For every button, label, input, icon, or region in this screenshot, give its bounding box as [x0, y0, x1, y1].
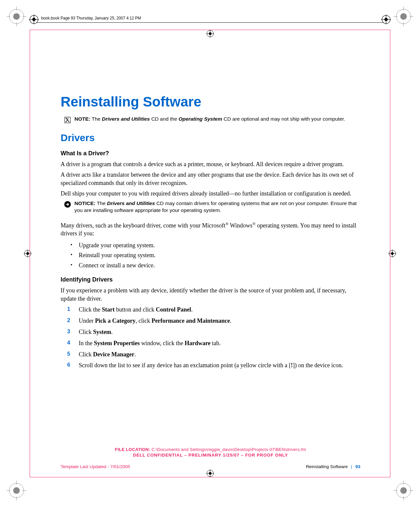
list-item: 3Click System. [61, 328, 360, 337]
note-icon [64, 116, 71, 125]
page-number-block: Reinstalling Software|93 [306, 464, 360, 469]
paragraph: Many drivers, such as the keyboard drive… [61, 221, 360, 238]
subheading-what-is-driver: What Is a Driver? [61, 150, 360, 157]
svg-point-3 [400, 13, 407, 20]
list-item: Upgrade your operating system. [61, 240, 360, 251]
svg-point-5 [13, 487, 20, 494]
svg-point-7 [400, 487, 407, 494]
header-divider [36, 22, 384, 23]
list-item: 5Click Device Manager. [61, 350, 360, 359]
list-item: 2Under Pick a Category, click Performanc… [61, 316, 360, 326]
numbered-list: 1Click the Start button and click Contro… [61, 305, 360, 370]
list-item: Reinstall your operating system. [61, 250, 360, 260]
svg-point-1 [13, 13, 20, 20]
section-heading-drivers: Drivers [61, 132, 360, 143]
notice-icon [64, 201, 71, 209]
paragraph: A driver is a program that controls a de… [61, 160, 360, 168]
note-block: NOTE: The Drivers and Utilities CD and t… [64, 116, 360, 125]
note-text: NOTE: The Drivers and Utilities CD and t… [74, 116, 345, 123]
crop-mark-icon [7, 7, 26, 26]
notice-text: NOTICE: The Drivers and Utilities CD may… [74, 200, 360, 214]
template-date: Template Last Updated - 7/01/2005 [61, 464, 130, 469]
paragraph: A driver acts like a translator between … [61, 171, 360, 187]
list-item: Connect or install a new device. [61, 260, 360, 271]
notice-block: NOTICE: The Drivers and Utilities CD may… [64, 200, 360, 214]
bullet-list: Upgrade your operating system. Reinstall… [61, 240, 360, 271]
paragraph: Dell ships your computer to you with req… [61, 190, 360, 197]
crop-mark-icon [394, 481, 413, 500]
registration-mark-icon [29, 15, 39, 24]
subheading-identifying-drivers: Identifying Drivers [61, 276, 360, 283]
list-item: 1Click the Start button and click Contro… [61, 305, 360, 314]
file-location: FILE LOCATION: C:\Documents and Settings… [61, 447, 360, 452]
footer-file-block: FILE LOCATION: C:\Documents and Settings… [61, 447, 360, 458]
crop-mark-icon [7, 481, 26, 500]
registration-mark-icon [381, 15, 391, 24]
crop-mark-icon [394, 7, 413, 26]
page-title: Reinstalling Software [61, 94, 360, 110]
page-content: Reinstalling Software NOTE: The Drivers … [61, 94, 360, 372]
list-item: 4In the System Properties window, click … [61, 339, 360, 348]
header-book-info: book.book Page 93 Thursday, January 25, … [41, 16, 141, 20]
confidential-notice: DELL CONFIDENTIAL – PRELIMINARY 1/25/07 … [61, 453, 360, 458]
list-item: 6Scroll down the list to see if any devi… [61, 361, 360, 370]
page-footer: Template Last Updated - 7/01/2005 Reinst… [61, 464, 360, 469]
paragraph: If you experience a problem with any dev… [61, 286, 360, 303]
